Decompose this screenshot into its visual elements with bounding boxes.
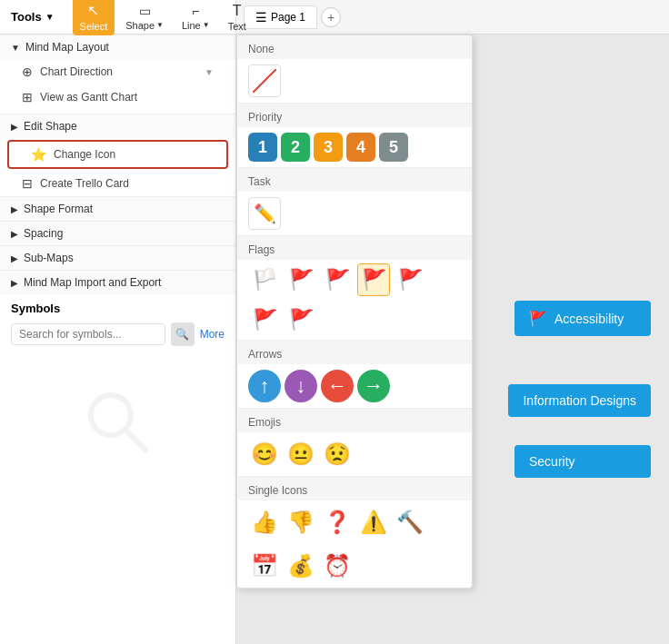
- picker-single-icons-label: Single Icons: [237, 476, 472, 500]
- chart-direction-label: Chart Direction: [40, 65, 113, 78]
- none-icon-button[interactable]: [248, 64, 281, 97]
- thumbs-up-icon[interactable]: 👍: [248, 506, 281, 539]
- shape-label: Shape ▼: [125, 20, 164, 31]
- flag-dark[interactable]: 🚩: [285, 303, 317, 336]
- picker-emojis-label: Emojis: [237, 408, 472, 432]
- arrow-down-icon[interactable]: ↓: [285, 370, 317, 402]
- picker-priority-label: Priority: [237, 103, 472, 127]
- icon-picker-panel: None Priority 1 2 3 4 5 Task ✏️ Flags 🏳️…: [236, 35, 473, 589]
- emoji-sad[interactable]: 😟: [321, 438, 354, 471]
- gavel-icon[interactable]: 🔨: [394, 506, 426, 539]
- mind-map-layout-label: Mind Map Layout: [25, 41, 109, 54]
- create-trello-label: Create Trello Card: [40, 177, 129, 190]
- flag-red[interactable]: 🚩: [357, 263, 390, 296]
- symbols-search-button[interactable]: 🔍: [171, 322, 195, 346]
- picker-flags-row-2: 🚩 🚩: [237, 300, 472, 340]
- line-chevron-icon: ▼: [203, 21, 210, 29]
- sidebar-section-import-export[interactable]: ▶ Mind Map Import and Export: [0, 270, 235, 294]
- flag-purple[interactable]: 🚩: [394, 263, 426, 296]
- symbols-search-area: 🔍 More: [0, 319, 235, 350]
- picker-single-icons-row-1: 👍 👎 ❓ ⚠️ 🔨: [237, 500, 472, 544]
- top-toolbar: Tools ▼ ↖ Select ▭ Shape ▼ ⌐ Line ▼ T Te…: [0, 0, 236, 35]
- picker-emojis-row: 😊 😐 😟: [237, 432, 472, 476]
- symbols-section-header: Symbols: [0, 294, 235, 319]
- symbols-header-label: Symbols: [11, 302, 60, 315]
- flag-green[interactable]: 🏳️: [248, 263, 281, 296]
- picker-priority-row: 1 2 3 4 5: [237, 127, 472, 167]
- cursor-icon: ↖: [87, 2, 99, 19]
- node-accessibility-label: Accessibility: [554, 312, 624, 326]
- shape-chevron-icon: ▼: [156, 21, 164, 29]
- arrow-right-icon[interactable]: →: [357, 370, 390, 402]
- task-icon-button[interactable]: ✏️: [248, 197, 281, 230]
- pencil-icon: ✏️: [254, 203, 276, 224]
- shape-format-label: Shape Format: [24, 203, 93, 215]
- arrow-up-icon[interactable]: ↑: [248, 370, 281, 402]
- priority-3-icon[interactable]: 3: [314, 133, 343, 162]
- star-icon: ⭐: [31, 147, 46, 162]
- picker-none-row: [237, 59, 472, 103]
- sidebar-section-spacing[interactable]: ▶ Spacing: [0, 221, 235, 245]
- import-export-label: Mind Map Import and Export: [24, 276, 161, 289]
- chevron-right-icon-4: ▶: [11, 253, 18, 263]
- spacing-label: Spacing: [24, 227, 63, 240]
- sidebar-section-shape-format[interactable]: ▶ Shape Format: [0, 196, 235, 221]
- picker-single-icons-row-2: 📅 💰 ⏰: [237, 544, 472, 588]
- node-info-designs-label: Information Designs: [523, 393, 636, 408]
- flag-orange[interactable]: 🚩: [321, 263, 354, 296]
- sidebar-item-view-gantt[interactable]: ⊞ View as Gantt Chart: [0, 84, 235, 110]
- money-icon[interactable]: 💰: [285, 550, 317, 582]
- text-tool-button[interactable]: T Text: [221, 0, 254, 35]
- priority-4-icon[interactable]: 4: [346, 133, 375, 162]
- shape-tool-button[interactable]: ▭ Shape ▼: [118, 0, 171, 35]
- tools-label: Tools: [11, 10, 42, 24]
- priority-1-icon[interactable]: 1: [248, 133, 277, 162]
- node-info-designs[interactable]: Information Designs: [508, 384, 651, 417]
- page-tab-1[interactable]: ☰ Page 1: [244, 5, 317, 29]
- change-icon-button[interactable]: ⭐ Change Icon: [7, 140, 228, 169]
- tools-menu[interactable]: Tools ▼: [7, 6, 58, 27]
- chart-direction-icon: ⊕: [22, 64, 33, 79]
- symbols-more-link[interactable]: More: [200, 328, 225, 341]
- thumbs-down-icon[interactable]: 👎: [285, 506, 317, 539]
- line-tool-button[interactable]: ⌐ Line ▼: [175, 0, 217, 35]
- flag-blue[interactable]: 🚩: [248, 303, 281, 336]
- picker-flags-label: Flags: [237, 235, 472, 260]
- sidebar-item-chart-direction[interactable]: ⊕ Chart Direction ▼: [0, 59, 235, 84]
- text-icon: T: [233, 3, 242, 19]
- sidebar-item-create-trello[interactable]: ⊟ Create Trello Card: [0, 171, 235, 196]
- page-tab-label: Page 1: [271, 11, 305, 24]
- question-icon[interactable]: ❓: [321, 506, 354, 539]
- emoji-neutral[interactable]: 😐: [285, 438, 317, 471]
- picker-task-row: ✏️: [237, 192, 472, 235]
- picker-arrows-label: Arrows: [237, 340, 472, 364]
- add-page-button[interactable]: +: [321, 7, 341, 27]
- select-tool-button[interactable]: ↖ Select: [73, 0, 115, 35]
- edit-shape-label: Edit Shape: [24, 120, 77, 133]
- page-tabbar: ☰ Page 1 +: [236, 0, 669, 35]
- sidebar-section-mind-map-layout[interactable]: ▼ Mind Map Layout: [0, 35, 235, 59]
- symbols-search-input[interactable]: [11, 323, 165, 345]
- shape-icon: ▭: [139, 4, 151, 18]
- flag-yellow[interactable]: 🚩: [285, 263, 317, 296]
- sub-maps-label: Sub-Maps: [24, 252, 74, 264]
- search-icon: 🔍: [175, 328, 189, 341]
- node-security[interactable]: Security: [514, 445, 651, 478]
- trello-icon: ⊟: [22, 176, 33, 191]
- warning-icon[interactable]: ⚠️: [357, 506, 390, 539]
- priority-2-icon[interactable]: 2: [281, 133, 310, 162]
- picker-task-label: Task: [237, 167, 472, 192]
- node-accessibility[interactable]: 🚩 Accessibility: [514, 301, 651, 336]
- symbols-empty-state: [0, 350, 235, 495]
- node-security-label: Security: [529, 454, 575, 469]
- sidebar-section-edit-shape[interactable]: ▶ Edit Shape: [0, 114, 235, 138]
- calendar-icon[interactable]: 📅: [248, 550, 281, 582]
- alarm-icon[interactable]: ⏰: [321, 550, 354, 582]
- arrow-left-icon[interactable]: ←: [321, 370, 354, 402]
- emoji-happy[interactable]: 😊: [248, 438, 281, 471]
- svg-line-1: [125, 430, 145, 450]
- sidebar-section-sub-maps[interactable]: ▶ Sub-Maps: [0, 245, 235, 270]
- view-gantt-label: View as Gantt Chart: [40, 91, 137, 104]
- priority-5-icon[interactable]: 5: [379, 133, 408, 162]
- plus-icon: +: [327, 10, 334, 25]
